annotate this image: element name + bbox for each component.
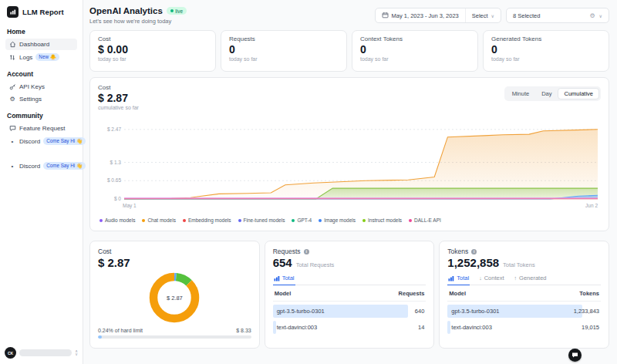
y-tick-label: $ 1.3 [110,160,122,165]
sidebar-item-discord-1[interactable]: • Discord Come Say Hi 👋 [5,135,77,147]
y-tick-label: $ 0.65 [107,177,121,183]
cost-donut-chart[interactable]: $ 2.87 [98,271,251,324]
legend-item[interactable]: Image models [319,217,356,223]
stat-label: Generated Tokens [491,35,601,42]
live-status-badge: live [167,7,187,15]
legend-dot [409,219,412,222]
legend-item[interactable]: Chat models [142,217,176,223]
tokens-card: Tokens i 1,252,858 Total Tokens Total ↓ … [439,241,609,349]
legend-label: Chat models [147,217,176,223]
tab-context[interactable]: ↓ Context [478,274,504,285]
page-title: OpenAI Analytics [89,6,163,15]
legend-item[interactable]: DALL-E API [409,217,441,223]
tokens-total-label: Total Tokens [503,261,535,268]
model-name: text-davinci:003 [273,324,318,331]
y-tick-label: $ 2.47 [107,126,121,132]
table-row[interactable]: gpt-3.5-turbo-0301 1,233,843 [447,305,601,318]
x-tick-label: Jun 2 [585,203,598,208]
legend-dot [183,219,186,222]
toggle-minute[interactable]: Minute [506,88,536,99]
sidebar-item-discord-2[interactable]: • Discord Come Say Hi 👋 [5,160,77,172]
legend-item[interactable]: Audio models [99,217,135,223]
sidebar-section-account: Account [7,70,76,78]
toggle-cumulative[interactable]: Cumulative [558,88,599,99]
table-row[interactable]: gpt-3.5-turbo-0301 640 [273,305,427,318]
stat-label: Requests [229,35,339,42]
models-filter-value: 8 Selected [513,12,540,19]
legend-label: Audio models [105,217,135,223]
legend-dot [99,219,103,222]
legend-item[interactable]: Embedding models [183,217,231,223]
page-header-left: OpenAI Analytics live Let's see how we'r… [89,6,187,25]
requests-total: 654 [273,256,292,269]
legend-dot [319,219,322,222]
stat-value: 0 [229,43,339,56]
sidebar-item-api-keys[interactable]: API Keys [5,81,77,93]
tab-total[interactable]: Total [273,274,295,285]
gear-icon: ⚙ [589,12,595,19]
app-window: LLM Report Home Dashboard Logs New 🐥 Acc… [0,0,617,364]
legend-dot [362,219,366,222]
info-icon[interactable]: i [304,249,309,254]
toggle-day[interactable]: Day [535,88,558,99]
table-row[interactable]: text-davinci:003 19,015 [447,321,601,334]
legend-item[interactable]: Fine-tuned models [238,217,285,223]
app-logo[interactable]: LLM Report [5,6,77,18]
sidebar-item-settings[interactable]: ⚙ Settings [5,93,77,105]
date-preset-select[interactable]: Select ∨ [465,8,501,22]
legend-label: DALL-E API [414,217,441,223]
card-label: Tokens [447,248,468,255]
column-header-tokens: Tokens [579,290,599,297]
sidebar-item-feature-request[interactable]: Feature Request [5,123,77,134]
requests-table: Model Requests gpt-3.5-turbo-0301 640 te… [273,285,427,334]
sidebar-item-label: Dashboard [19,41,49,48]
bar-chart-logo-icon [7,6,19,18]
info-icon[interactable]: i [471,249,477,254]
hard-limit-value: $ 8.33 [236,328,251,333]
sidebar: LLM Report Home Dashboard Logs New 🐥 Acc… [0,0,83,364]
stat-label: Context Tokens [360,35,470,42]
date-range-picker[interactable]: May 1, 2023 - Jun 3, 2023 [376,8,465,22]
sidebar-item-logs[interactable]: Logs New 🐥 [5,51,77,63]
legend-item[interactable]: GPT-4 [292,217,312,223]
legend-label: Instruct models [368,217,402,223]
stat-sub: today so far [491,56,601,62]
main-content: OpenAI Analytics live Let's see how we'r… [83,0,617,364]
legend-label: Embedding models [188,217,231,223]
row-value: 1,233,843 [574,308,601,315]
user-menu[interactable]: CK ∧∨ [5,347,78,359]
sidebar-section-home: Home [7,28,76,35]
sidebar-item-dashboard[interactable]: Dashboard [5,39,77,50]
card-label: Cost [98,248,111,255]
date-range-value: May 1, 2023 - Jun 3, 2023 [392,12,459,19]
tokens-tabs: Total ↓ Context ↑ Generated [447,274,601,285]
chart-legend: Audio models Chat models Embedding model… [98,215,601,223]
tokens-total: 1,252,858 [447,256,499,269]
chevron-down-icon: ∨ [599,13,602,19]
donut-center-label: $ 2.87 [167,295,183,302]
stat-value: $ 0.00 [98,43,207,56]
legend-label: Fine-tuned models [244,217,285,223]
chevron-updown-icon: ∧∨ [75,350,78,356]
requests-card: Requests i 654 Total Requests Total Mode… [265,241,435,349]
tab-generated[interactable]: ↑ Generated [514,274,548,285]
row-value: 19,015 [582,324,601,331]
hard-limit-progress-fill [98,335,102,339]
download-arrow-icon: ↓ [479,275,482,281]
stat-card-generated-tokens: Generated Tokens 0 today so far [483,30,609,72]
legend-item[interactable]: Instruct models [362,217,402,223]
hard-limit-progress [98,335,251,339]
calendar-icon [382,12,389,20]
tab-total[interactable]: Total [447,274,470,285]
sidebar-item-label: Discord [19,163,40,170]
models-filter-dropdown[interactable]: 8 Selected ⚙ ∨ [506,8,609,23]
x-tick-label: May 1 [123,203,137,209]
stat-card-requests: Requests 0 today so far [221,30,347,72]
row-value: 640 [415,308,427,315]
row-value: 14 [418,324,426,331]
chart-sub-label: cumulative so far [98,105,601,110]
card-label: Requests [273,248,301,255]
chat-widget-button[interactable] [568,349,582,362]
cost-area-chart[interactable]: $ 0$ 0.65$ 1.3$ 2.47May 1Jun 2 [98,112,601,215]
table-row[interactable]: text-davinci:003 14 [273,321,427,334]
